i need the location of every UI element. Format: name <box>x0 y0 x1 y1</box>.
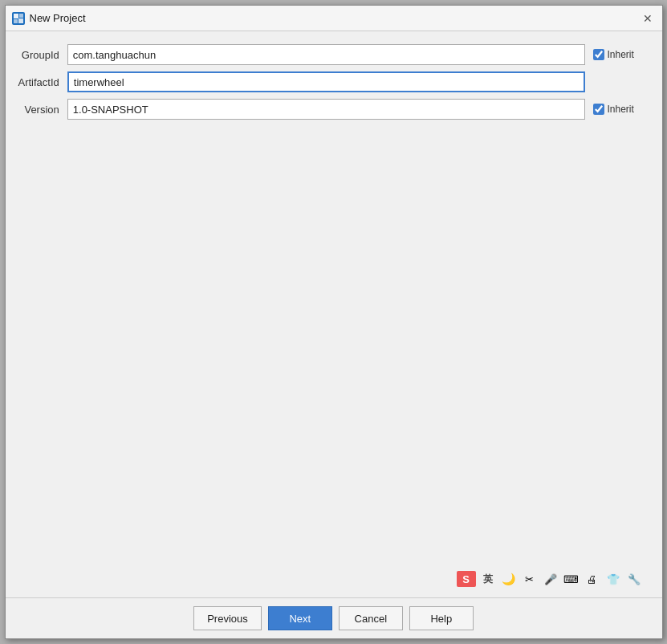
artifactid-input[interactable] <box>67 71 585 92</box>
content-spacer <box>18 132 649 567</box>
svg-rect-2 <box>14 19 18 23</box>
groupid-label: GroupId <box>22 49 59 61</box>
groupid-inherit-label: Inherit <box>608 49 634 60</box>
shirt-icon[interactable]: 👕 <box>604 570 622 588</box>
next-button[interactable]: Next <box>268 606 332 630</box>
sogou-icon[interactable]: S <box>457 571 476 587</box>
svg-rect-3 <box>18 18 23 23</box>
dialog-icon <box>12 12 25 25</box>
help-button[interactable]: Help <box>409 606 474 630</box>
new-project-dialog: New Project ✕ GroupId Inherit ArtifactId… <box>5 5 663 639</box>
keyboard-icon[interactable]: ⌨ <box>563 570 580 588</box>
title-bar: New Project ✕ <box>6 6 662 31</box>
version-inherit-checkbox[interactable] <box>593 104 604 115</box>
svg-rect-0 <box>14 14 18 18</box>
scissors-icon[interactable]: ✂ <box>521 570 539 588</box>
previous-button[interactable]: Previous <box>193 606 262 630</box>
eng-icon[interactable]: 英 <box>479 570 497 588</box>
cancel-button[interactable]: Cancel <box>339 606 403 630</box>
svg-rect-1 <box>19 14 23 18</box>
bottom-bar: Previous Next Cancel Help <box>6 597 662 638</box>
groupid-input[interactable] <box>67 44 585 65</box>
wrench-icon[interactable]: 🔧 <box>625 570 643 588</box>
form-grid: GroupId Inherit ArtifactId Version Inher… <box>18 44 649 120</box>
version-label: Version <box>24 104 59 116</box>
dialog-title: New Project <box>30 12 86 24</box>
close-button[interactable]: ✕ <box>640 10 656 26</box>
title-bar-left: New Project <box>12 12 86 25</box>
groupid-inherit-wrap: Inherit <box>593 49 649 60</box>
version-input[interactable] <box>67 99 585 120</box>
artifactid-label: ArtifactId <box>18 76 59 88</box>
version-inherit-label: Inherit <box>608 104 634 115</box>
mic-icon[interactable]: 🎤 <box>542 570 559 588</box>
moon-icon[interactable]: 🌙 <box>500 570 518 588</box>
taskbar-area: S 英 🌙 ✂ 🎤 ⌨ 🖨 👕 🔧 <box>18 567 649 591</box>
content-area: GroupId Inherit ArtifactId Version Inher… <box>6 31 662 597</box>
groupid-inherit-checkbox[interactable] <box>593 49 604 60</box>
version-inherit-wrap: Inherit <box>593 104 649 115</box>
printer-icon[interactable]: 🖨 <box>584 570 601 588</box>
